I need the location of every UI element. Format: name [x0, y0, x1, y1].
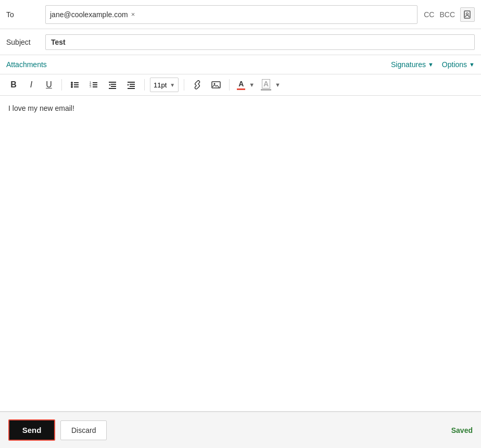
ordered-list-icon: 1. 2. 3.: [89, 80, 98, 89]
insert-link-button[interactable]: [189, 78, 205, 92]
font-color-button[interactable]: A: [235, 79, 247, 91]
svg-point-28: [214, 83, 216, 85]
svg-text:3.: 3.: [90, 85, 92, 88]
svg-marker-21: [109, 84, 110, 86]
toolbar-separator-3: [184, 79, 184, 91]
formatting-toolbar: B I U 1. 2. 3.: [0, 74, 481, 96]
highlight-color-button[interactable]: A: [259, 78, 273, 92]
font-color-letter: A: [238, 80, 244, 88]
highlight-letter: A: [262, 79, 270, 88]
right-options: Signatures ▼ Options ▼: [391, 60, 475, 69]
svg-point-9: [71, 86, 73, 88]
font-size-selector[interactable]: 11pt ▼: [150, 78, 179, 92]
svg-rect-23: [130, 84, 135, 85]
svg-rect-8: [74, 84, 79, 85]
decrease-indent-icon: [108, 80, 117, 89]
svg-rect-24: [130, 86, 135, 87]
decrease-indent-button[interactable]: [105, 78, 120, 92]
subject-row: Subject: [0, 29, 481, 55]
svg-point-1: [466, 12, 469, 15]
svg-point-5: [71, 82, 73, 84]
recipient-chip: jane@coolexample.com ×: [50, 10, 135, 19]
to-row: To jane@coolexample.com × CC BCC: [0, 0, 481, 29]
insert-image-button[interactable]: [208, 78, 224, 92]
link-icon: [193, 80, 202, 89]
svg-rect-6: [74, 82, 79, 83]
to-label: To: [6, 10, 45, 19]
contact-book-button[interactable]: [460, 7, 475, 22]
recipient-email: jane@coolexample.com: [50, 10, 128, 19]
italic-button[interactable]: I: [24, 78, 39, 92]
signatures-button[interactable]: Signatures ▼: [391, 60, 434, 69]
font-color-bar: [237, 88, 245, 90]
svg-rect-12: [93, 82, 97, 83]
compose-window: To jane@coolexample.com × CC BCC: [0, 0, 481, 448]
signatures-dropdown-icon: ▼: [428, 61, 434, 68]
underline-button[interactable]: U: [42, 78, 56, 92]
contact-book-icon: [463, 10, 472, 19]
subject-input[interactable]: [45, 34, 475, 50]
increase-indent-icon: [126, 80, 136, 89]
unordered-list-icon: [70, 80, 80, 89]
options-dropdown-icon: ▼: [469, 61, 475, 68]
font-size-dropdown-icon: ▼: [170, 82, 175, 88]
image-icon: [211, 80, 221, 89]
increase-indent-button[interactable]: [123, 78, 139, 92]
remove-recipient-button[interactable]: ×: [131, 10, 135, 18]
options-label: Options: [442, 60, 467, 69]
to-actions: CC BCC: [424, 7, 475, 22]
highlight-color-group: A ▼: [259, 78, 282, 92]
svg-rect-10: [74, 86, 79, 87]
discard-button[interactable]: Discard: [60, 420, 107, 440]
svg-marker-26: [128, 84, 129, 86]
svg-rect-22: [128, 82, 135, 83]
svg-rect-20: [109, 88, 116, 89]
svg-point-7: [71, 84, 73, 86]
svg-rect-17: [109, 82, 116, 83]
send-button[interactable]: Send: [8, 419, 55, 441]
ordered-list-button[interactable]: 1. 2. 3.: [86, 78, 102, 92]
toolbar-separator-2: [144, 79, 145, 91]
svg-rect-14: [93, 84, 97, 85]
svg-rect-19: [111, 86, 116, 87]
svg-rect-16: [93, 86, 97, 87]
attachments-button[interactable]: Attachments: [6, 60, 47, 69]
bold-button[interactable]: B: [6, 78, 21, 92]
svg-rect-25: [128, 88, 135, 89]
signatures-label: Signatures: [391, 60, 426, 69]
highlight-bar: [261, 89, 271, 91]
unordered-list-button[interactable]: [67, 78, 83, 92]
svg-rect-18: [111, 84, 116, 85]
highlight-dropdown-button[interactable]: ▼: [274, 82, 282, 88]
options-button[interactable]: Options ▼: [442, 60, 475, 69]
font-size-value: 11pt: [154, 81, 167, 89]
footer-actions: Send Discard: [8, 419, 107, 441]
toolbar-separator-4: [229, 79, 230, 91]
subject-label: Subject: [6, 38, 45, 46]
font-color-group: A ▼: [235, 79, 256, 91]
options-row: Attachments Signatures ▼ Options ▼: [0, 55, 481, 74]
font-color-dropdown-button[interactable]: ▼: [248, 82, 256, 88]
email-body[interactable]: I love my new email!: [0, 96, 481, 412]
saved-status: Saved: [451, 426, 473, 434]
toolbar-separator-1: [61, 79, 62, 91]
cc-button[interactable]: CC: [424, 10, 434, 19]
to-input-area[interactable]: jane@coolexample.com ×: [45, 5, 417, 24]
bcc-button[interactable]: BCC: [439, 10, 455, 19]
compose-footer: Send Discard Saved: [0, 412, 481, 448]
